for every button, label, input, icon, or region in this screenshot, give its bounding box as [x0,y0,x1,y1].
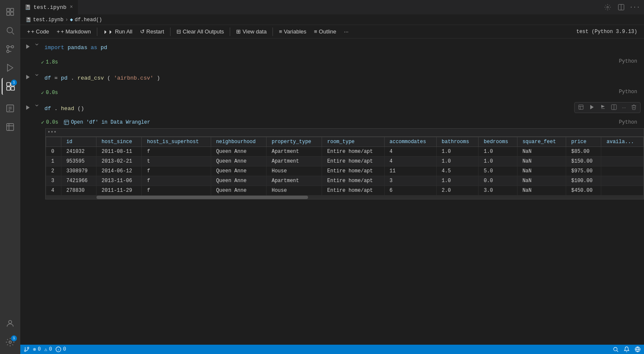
svg-marker-28 [590,105,594,109]
cell-2-2: 2014-06-12 [96,166,142,176]
kernel-label[interactable]: test (Python 3.9.13) [573,27,641,36]
cell-2-6: Entire home/apt [322,166,384,176]
cell-1-run-button[interactable] [22,42,34,50]
cell-1-5: Apartment [266,157,322,166]
status-info[interactable]: 0 [55,346,66,352]
col-id: id [61,137,96,147]
paren-close: ) [157,75,160,81]
tab-test-ipynb[interactable]: 📓 test.ipynb × [20,0,78,15]
cell-2-1: 3308979 [61,166,96,176]
status-errors[interactable]: ⊗ 0 [33,346,41,353]
cell-3-more-btn[interactable]: ··· [620,104,627,111]
toolbar-separator-2 [170,28,171,36]
sidebar-item-testing[interactable] [2,119,19,136]
clear-all-outputs-button[interactable]: ⊟ Clear All Outputs [173,27,228,36]
sidebar-item-run-debug[interactable] [2,59,19,76]
fn-read-csv: read_csv [77,75,104,81]
sidebar-item-account[interactable] [2,315,19,332]
more-actions-icon[interactable]: ··· [629,1,641,13]
cell-3-run-btn[interactable] [587,103,597,112]
cell-2-5: House [266,166,322,176]
sidebar-item-source-control[interactable] [2,41,19,58]
scrollbar-thumb[interactable] [96,196,308,199]
cell-1-10: NaN [517,157,566,166]
info-count: 0 [63,346,66,352]
cell-3-table-icon[interactable] [576,103,586,112]
cell-1-lang: Python [619,58,644,64]
cell-2-code[interactable]: df = pd . read_csv ( 'airbnb.csv' ) [41,72,644,85]
cell-2-9: 5.0 [479,166,517,176]
cell-1-body: import pandas as pd [22,39,644,58]
status-branch[interactable] [24,346,30,352]
cell-2-expand[interactable] [34,72,41,79]
cell-3-5: Apartment [266,176,322,186]
add-markdown-button[interactable]: + + Markdown [53,27,94,36]
cell-0-1: 241032 [61,147,96,157]
split-editor-icon[interactable] [615,1,627,13]
cell-1-9: 1.0 [479,157,517,166]
cell-3-delete-btn[interactable] [629,103,638,112]
view-data-button[interactable]: ⊞ View data [233,27,270,36]
keyword-as: as [91,44,97,51]
sidebar-item-explorer[interactable] [2,3,19,20]
restart-label: Restart [146,28,164,35]
sidebar-item-search[interactable] [2,22,19,39]
data-wrangler-link[interactable]: Open 'df' in Data Wrangler [63,119,150,125]
cell-0-0: 0 [46,147,61,157]
svg-point-18 [8,321,11,324]
svg-point-43 [614,347,617,351]
tab-label: test.ipynb [33,4,66,11]
cell-2-lang: Python [619,89,644,95]
svg-rect-34 [64,120,69,125]
cell-3-3: f [142,176,211,186]
horizontal-scrollbar[interactable] [46,196,644,199]
breadcrumb-file[interactable]: test.ipynb [33,17,63,23]
cell-2-time: 0.0s [46,90,58,96]
cell-3-run-below-btn[interactable] [598,103,608,112]
more-options-button[interactable]: ··· [341,27,352,36]
cell-0-4: Queen Anne [211,147,266,157]
cell-3-run-button[interactable] [22,103,34,111]
cell-3-split-btn[interactable] [609,103,619,112]
fn-head: head [61,105,74,112]
run-all-icon: ⏵⏵ [103,29,113,35]
status-warnings[interactable]: ⚠ 0 [44,346,52,353]
add-code-button[interactable]: + + Code [24,27,52,36]
outline-button[interactable]: ≡ Outline [311,27,340,36]
table-columns-toggle[interactable]: ••• [47,130,57,136]
restart-button[interactable]: ↺ Restart [137,27,168,36]
status-zoom[interactable] [613,346,619,352]
svg-marker-9 [8,64,13,72]
cell-2-3: f [142,166,211,176]
breadcrumb-separator: › [65,17,68,23]
breadcrumb-symbol[interactable]: df.head() [74,17,102,23]
breadcrumb: 📓 test.ipynb › ◆ df.head() [20,15,644,25]
table-row: 374219662013-11-06fQueen AnneApartmentEn… [46,176,644,186]
status-network[interactable] [635,346,641,352]
cell-2-run-button[interactable] [22,72,34,80]
sidebar-item-settings[interactable]: 1 [2,334,19,351]
col-price: price [566,137,601,147]
notebook-empty-space [20,199,644,284]
cell-3-code[interactable]: df . head () [41,103,644,115]
cell-0-2: 2011-08-11 [96,147,142,157]
cell-1-expand[interactable] [34,42,41,49]
cell-1-6: Entire home/apt [322,157,384,166]
data-table-container: ••• id host_since host_is_superhost neig… [45,128,644,199]
col-index [46,137,61,147]
cell-3-expand[interactable] [34,103,41,110]
cell-2-10: NaN [517,166,566,176]
variables-button[interactable]: ≡ Variables [275,27,310,36]
run-all-button[interactable]: ⏵⏵ Run All [100,27,136,36]
view-data-label: View data [242,28,267,35]
variables-icon: ≡ [279,28,282,35]
settings-icon[interactable] [602,1,614,13]
restart-icon: ↺ [140,28,145,35]
sidebar-item-notebook[interactable] [2,100,19,117]
cell-3-body: df . head () [22,100,644,119]
sidebar-item-extensions[interactable]: 1 [2,78,19,95]
cell-1-3: t [142,157,211,166]
tab-close-button[interactable]: × [69,3,74,11]
cell-1-code[interactable]: import pandas as pd [41,42,644,54]
status-notifications[interactable] [624,346,630,352]
